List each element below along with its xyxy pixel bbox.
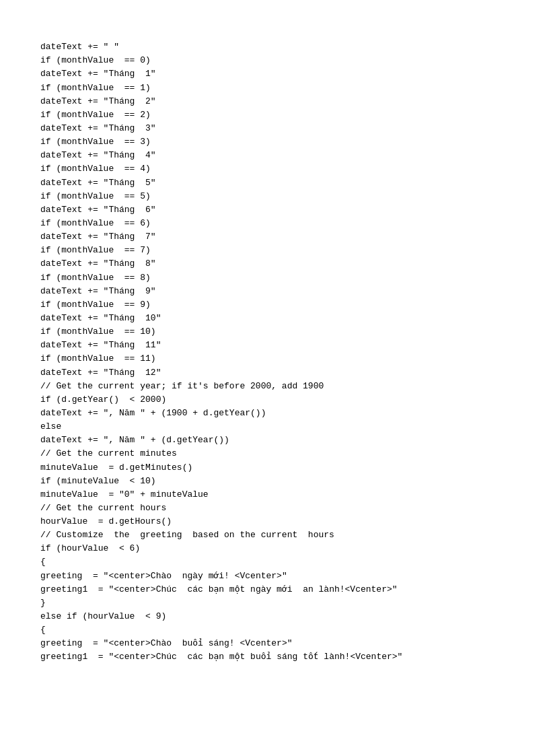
code-line: greeting1 = "<center>Chúc các bạn một bu… — [40, 650, 509, 664]
code-line: if (monthValue == 7) — [40, 244, 509, 257]
code-line: dateText += "Tháng 10" — [40, 312, 509, 325]
code-line: dateText += "Tháng 9" — [40, 285, 509, 298]
code-line: minuteValue = d.getMinutes() — [40, 461, 509, 475]
code-line: dateText += "Tháng 6" — [40, 203, 509, 217]
code-line: greeting = "<center>Chào ngày mới! <Vcen… — [40, 570, 509, 583]
code-line: dateText += "Tháng 1" — [40, 67, 509, 81]
code-line: if (monthValue == 1) — [40, 81, 509, 95]
code-line: else if (hourValue < 9) — [40, 610, 509, 623]
code-line: // Get the current hours — [40, 502, 509, 515]
code-line: if (monthValue == 4) — [40, 162, 509, 176]
code-line: { — [40, 623, 509, 637]
code-line: dateText += "Tháng 5" — [40, 176, 509, 190]
code-line: // Get the current year; if it's before … — [40, 380, 509, 393]
code-container: dateText += " "if (monthValue == 0)dateT… — [40, 27, 509, 664]
code-line: if (monthValue == 6) — [40, 217, 509, 230]
code-line: dateText += "Tháng 4" — [40, 149, 509, 162]
code-line: if (monthValue == 2) — [40, 108, 509, 122]
code-line: if (monthValue == 10) — [40, 325, 509, 339]
code-line: dateText += "Tháng 2" — [40, 95, 509, 108]
code-line: { — [40, 555, 509, 569]
code-line: greeting = "<center>Chào buổi sáng! <Vce… — [40, 637, 509, 650]
code-line: if (monthValue == 0) — [40, 54, 509, 67]
code-line: dateText += " " — [40, 40, 509, 54]
code-line: dateText += ", Năm " + (d.getYear()) — [40, 434, 509, 447]
code-line: greeting1 = "<center>Chúc các bạn một ng… — [40, 583, 509, 596]
code-line: else — [40, 420, 509, 434]
code-line: dateText += ", Năm " + (1900 + d.getYear… — [40, 407, 509, 420]
code-line: if (monthValue == 5) — [40, 190, 509, 203]
code-line: if (hourValue < 6) — [40, 542, 509, 555]
code-line: hourValue = d.getHours() — [40, 515, 509, 528]
code-line: dateText += "Tháng 12" — [40, 366, 509, 380]
code-line: if (monthValue == 9) — [40, 298, 509, 312]
code-line: // Customize the greeting based on the c… — [40, 528, 509, 542]
code-line: if (monthValue == 8) — [40, 271, 509, 285]
code-line: dateText += "Tháng 8" — [40, 257, 509, 271]
code-line: minuteValue = "0" + minuteValue — [40, 488, 509, 502]
code-line: // Get the current minutes — [40, 447, 509, 460]
code-line: if (minuteValue < 10) — [40, 475, 509, 488]
code-line: dateText += "Tháng 7" — [40, 230, 509, 244]
code-line: dateText += "Tháng 3" — [40, 122, 509, 135]
code-line: } — [40, 596, 509, 610]
code-line: if (d.getYear() < 2000) — [40, 393, 509, 407]
code-line: dateText += "Tháng 11" — [40, 339, 509, 352]
code-line: if (monthValue == 11) — [40, 352, 509, 366]
code-line: if (monthValue == 3) — [40, 135, 509, 149]
